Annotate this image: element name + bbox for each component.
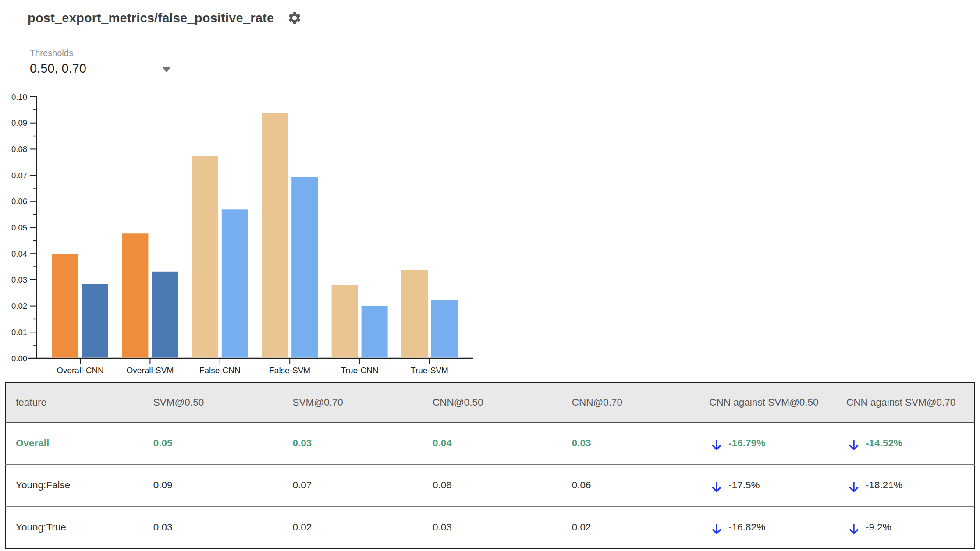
delta-value: -16.79%: [728, 438, 765, 449]
bar-True-CNN-t050: [332, 285, 358, 358]
thresholds-label: Thresholds: [30, 48, 177, 58]
x-tick-label: Overall-SVM: [127, 366, 174, 375]
y-tick-label: 0.05: [11, 223, 27, 232]
value-cell: 0.03: [143, 506, 283, 548]
down-arrow-icon: [709, 522, 724, 537]
y-tick-label: 0.09: [11, 118, 27, 127]
bar-True-SVM-t050: [401, 270, 428, 358]
table-row-overall[interactable]: Overall 0.05 0.03 0.04 0.03 -16.79% -14.…: [5, 422, 975, 464]
value-cell: 0.07: [282, 464, 423, 506]
value-cell: 0.03: [282, 422, 423, 464]
thresholds-dropdown[interactable]: Thresholds 0.50, 0.70: [30, 48, 177, 81]
x-tick-label: True-CNN: [341, 366, 379, 375]
y-tick-label: 0.04: [11, 249, 27, 258]
value-cell: 0.02: [282, 506, 423, 548]
y-tick-label: 0.08: [11, 145, 27, 154]
y-tick-label: 0.03: [11, 275, 27, 284]
value-cell: 0.03: [423, 506, 562, 548]
col-header-cnn-vs-svm050: CNN against SVM@0.50: [699, 383, 836, 422]
delta-value: -16.82%: [728, 522, 765, 533]
delta-value: -18.21%: [866, 480, 902, 491]
bar-Overall-CNN-t070: [82, 284, 108, 357]
value-cell: 0.09: [143, 464, 283, 506]
table-row-young-false[interactable]: Young:False 0.09 0.07 0.08 0.06 -17.5% -…: [5, 464, 975, 506]
delta-cell: -18.21%: [846, 476, 970, 494]
delta-cell: -9.2%: [846, 518, 970, 537]
x-tick-label: True-SVM: [411, 366, 448, 375]
bar-False-CNN-t050: [192, 156, 218, 358]
bar-True-CNN-t070: [362, 306, 388, 357]
value-cell: 0.06: [562, 464, 699, 506]
bar-True-SVM-t070: [431, 300, 458, 357]
col-header-cnn-vs-svm070: CNN against SVM@0.70: [836, 383, 975, 422]
metric-title: post_export_metrics/false_positive_rate: [28, 11, 274, 25]
delta-value: -9.2%: [866, 522, 891, 533]
col-header-cnn070: CNN@0.70: [562, 383, 699, 422]
y-tick-label: 0.06: [11, 197, 27, 206]
bar-Overall-SVM-t050: [122, 233, 148, 357]
panel-header: post_export_metrics/false_positive_rate: [28, 10, 303, 26]
false-positive-rate-bar-chart: 0.000.010.020.030.040.050.060.070.080.09…: [0, 88, 482, 382]
y-tick-label: 0.02: [11, 301, 27, 311]
table-row-young-true[interactable]: Young:True 0.03 0.02 0.03 0.02 -16.82% -…: [5, 506, 975, 548]
thresholds-field[interactable]: 0.50, 0.70: [30, 61, 177, 81]
table-header: feature SVM@0.50 SVM@0.70 CNN@0.50 CNN@0…: [5, 383, 975, 422]
value-cell: 0.02: [562, 506, 699, 548]
thresholds-value: 0.50, 0.70: [30, 61, 86, 75]
y-tick-label: 0.07: [11, 171, 27, 180]
x-tick-label: False-SVM: [269, 366, 310, 375]
delta-cell: -17.5%: [709, 476, 832, 494]
delta-cell: -16.82%: [709, 518, 832, 537]
chevron-down-icon: [162, 67, 171, 72]
delta-cell: -16.79%: [709, 434, 832, 452]
delta-cell: -14.52%: [846, 434, 970, 452]
bar-Overall-CNN-t050: [52, 254, 78, 357]
col-header-svm050: SVM@0.50: [143, 383, 283, 422]
col-header-svm070: SVM@0.70: [282, 383, 423, 422]
y-tick-label: 0.00: [11, 354, 27, 363]
down-arrow-icon: [709, 438, 724, 452]
down-arrow-icon: [846, 522, 861, 537]
bar-False-SVM-t050: [262, 113, 288, 358]
y-tick-label: 0.01: [11, 328, 27, 337]
fairness-metrics-panel: { "header": { "title": "post_export_metr…: [0, 0, 980, 551]
bar-Overall-SVM-t070: [152, 272, 178, 358]
feature-cell: Young:True: [5, 506, 143, 548]
value-cell: 0.04: [423, 422, 562, 464]
value-cell: 0.05: [143, 422, 283, 464]
value-cell: 0.08: [423, 464, 562, 506]
x-tick-label: Overall-CNN: [57, 366, 104, 375]
delta-value: -17.5%: [728, 480, 760, 491]
metrics-table: feature SVM@0.50 SVM@0.70 CNN@0.50 CNN@0…: [5, 382, 975, 549]
feature-cell: Overall: [5, 422, 143, 464]
value-cell: 0.03: [562, 422, 699, 464]
bar-False-SVM-t070: [291, 177, 318, 358]
feature-cell: Young:False: [5, 464, 143, 506]
col-header-cnn050: CNN@0.50: [423, 383, 562, 422]
down-arrow-icon: [846, 438, 861, 452]
y-tick-label: 0.10: [11, 92, 27, 102]
down-arrow-icon: [846, 480, 861, 494]
gear-glyph: [287, 11, 302, 25]
x-tick-label: False-CNN: [199, 366, 241, 375]
down-arrow-icon: [709, 480, 724, 494]
col-header-feature: feature: [5, 383, 143, 422]
settings-gear-icon[interactable]: [286, 10, 303, 26]
bar-False-CNN-t070: [222, 209, 248, 357]
chart-area: 0.000.010.020.030.040.050.060.070.080.09…: [0, 88, 482, 384]
delta-value: -14.52%: [866, 438, 902, 449]
